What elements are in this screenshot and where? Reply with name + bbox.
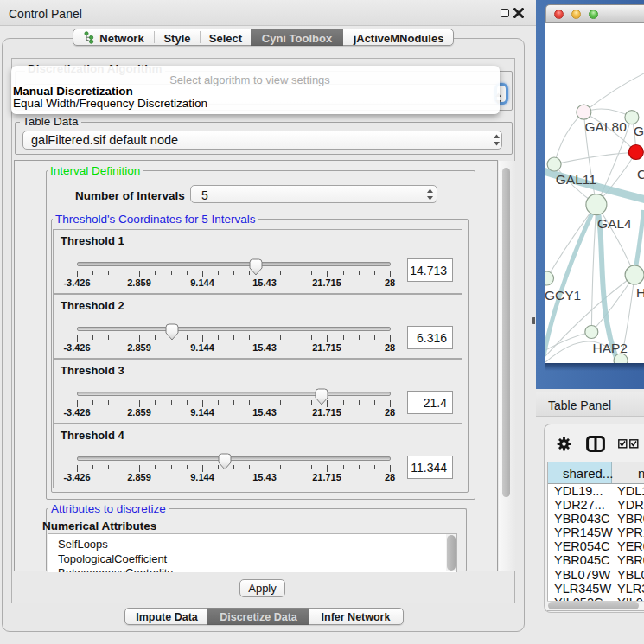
svg-text:GAL4: GAL4: [597, 216, 632, 231]
svg-text:GAL80: GAL80: [585, 119, 628, 134]
svg-text:G...: G...: [634, 124, 644, 138]
svg-text:C: C: [637, 167, 644, 182]
svg-text:GAL11: GAL11: [556, 172, 596, 187]
svg-text:H: H: [636, 285, 644, 300]
svg-text:GCY1: GCY1: [545, 288, 581, 303]
svg-text:HAP2: HAP2: [593, 341, 628, 355]
